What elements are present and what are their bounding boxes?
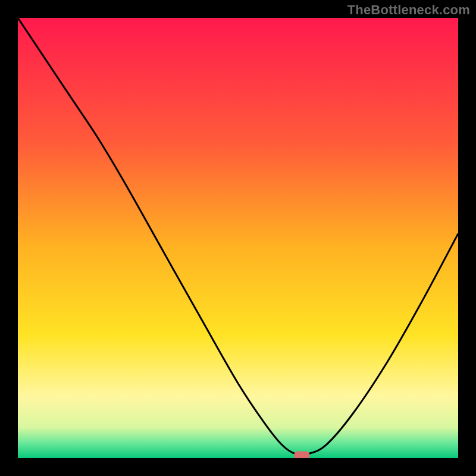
attribution-text: TheBottleneck.com [347,2,470,18]
bottleneck-chart-svg [18,18,458,458]
optimal-marker [294,452,309,458]
plot-area [18,18,458,458]
chart-container: TheBottleneck.com [0,0,476,476]
gradient-background [18,18,458,458]
